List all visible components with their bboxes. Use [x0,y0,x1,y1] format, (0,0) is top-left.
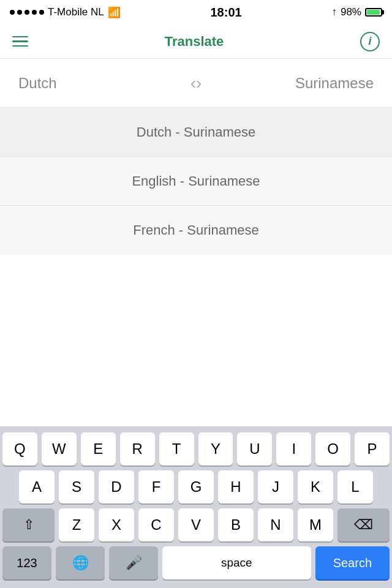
key-s[interactable]: S [59,470,94,503]
key-x[interactable]: X [99,508,134,541]
key-y[interactable]: Y [198,432,233,466]
microphone-icon: 🎤 [126,555,142,571]
space-key[interactable]: space [162,546,311,579]
swap-languages-button[interactable]: ‹ › [190,74,202,93]
battery-fill [367,10,380,15]
carrier-label: T-Mobile NL [48,6,104,18]
key-g[interactable]: G [178,470,214,503]
key-e[interactable]: E [81,432,116,466]
keyboard-row-4: 123 🌐 🎤 space Search [2,546,390,579]
status-right: ↑ 98% [331,6,382,18]
time-label: 18:01 [210,6,241,20]
chevron-right-icon: › [196,74,202,93]
shift-key[interactable]: ⇧ [2,508,55,541]
delete-key[interactable]: ⌫ [337,508,390,541]
info-button[interactable]: i [360,32,380,51]
hamburger-line [12,40,28,42]
chevron-left-icon: ‹ [190,74,196,93]
menu-button[interactable] [12,36,28,47]
key-m[interactable]: M [298,508,333,541]
keyboard-row-3: ⇧ Z X C V B N M ⌫ [2,508,390,541]
wifi-icon: 📶 [108,6,121,19]
key-h[interactable]: H [218,470,254,503]
key-t[interactable]: T [159,432,194,466]
key-z[interactable]: Z [59,508,94,541]
key-r[interactable]: R [120,432,155,466]
globe-icon: 🌐 [72,555,89,571]
source-language-label[interactable]: Dutch [18,75,116,92]
key-n[interactable]: N [258,508,293,541]
key-c[interactable]: C [138,508,174,541]
language-pair-dropdown: Dutch - Surinamese English - Surinamese … [0,108,392,255]
target-language-label[interactable]: Surinamese [276,75,374,92]
status-left: T-Mobile NL 📶 [10,6,121,19]
list-item[interactable]: English - Surinamese [0,157,392,206]
key-a[interactable]: A [19,470,55,503]
list-item[interactable]: Dutch - Surinamese [0,108,392,157]
globe-key[interactable]: 🌐 [56,546,105,579]
keyboard-row-2: A S D F G H J K L [2,470,390,503]
status-bar: T-Mobile NL 📶 18:01 ↑ 98% [0,0,392,24]
key-u[interactable]: U [237,432,272,466]
nav-bar: Translate i [0,24,392,59]
battery-icon [365,8,382,17]
key-k[interactable]: K [298,470,333,503]
key-d[interactable]: D [99,470,134,503]
list-item[interactable]: French - Surinamese [0,206,392,255]
shift-icon: ⇧ [23,517,34,533]
keyboard-row-1: Q W E R T Y U I O P [2,432,390,466]
numbers-key[interactable]: 123 [2,546,51,579]
key-i[interactable]: I [276,432,311,466]
key-w[interactable]: W [42,432,77,466]
keyboard: Q W E R T Y U I O P A S D F G H J K L ⇧ … [0,426,392,588]
key-l[interactable]: L [337,470,373,503]
delete-icon: ⌫ [354,517,373,533]
hamburger-line [12,36,28,38]
key-b[interactable]: B [218,508,254,541]
battery-percent: 98% [341,6,361,18]
location-icon: ↑ [331,6,337,18]
language-selector-row: Dutch ‹ › Surinamese [0,59,392,108]
key-v[interactable]: V [178,508,214,541]
key-f[interactable]: F [138,470,174,503]
signal-dots [10,10,44,15]
key-j[interactable]: J [258,470,293,503]
key-q[interactable]: Q [2,432,37,466]
hamburger-line [12,45,28,47]
search-key[interactable]: Search [315,546,390,579]
key-o[interactable]: O [315,432,350,466]
mic-key[interactable]: 🎤 [109,546,158,579]
key-p[interactable]: P [355,432,390,466]
page-title: Translate [165,34,224,50]
info-icon: i [368,35,371,48]
